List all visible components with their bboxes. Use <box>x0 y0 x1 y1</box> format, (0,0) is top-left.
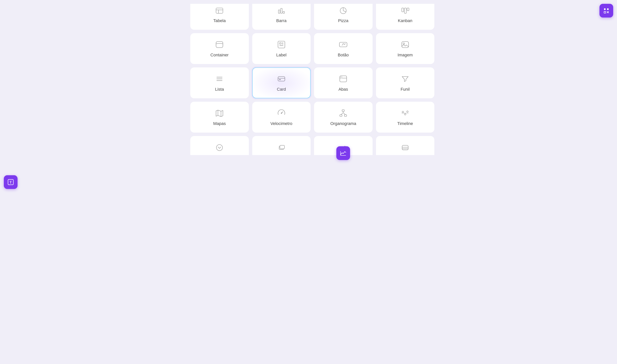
timeline-icon <box>400 108 410 118</box>
grid-item-label-label: Label <box>276 52 287 58</box>
svg-point-28 <box>403 43 405 44</box>
grid-item-organograma-label: Organograma <box>330 121 356 126</box>
svg-rect-24 <box>279 45 283 46</box>
list-icon <box>215 74 224 84</box>
svg-rect-42 <box>342 110 344 111</box>
svg-point-49 <box>404 114 406 115</box>
map-icon <box>215 108 224 118</box>
grid-item-kanban[interactable]: Kanban <box>376 4 435 30</box>
svg-point-26 <box>345 43 345 44</box>
grid-item-timeline-label: Timeline <box>397 121 413 126</box>
svg-point-41 <box>281 113 282 114</box>
grid-item-funil-label: Funil <box>401 87 410 92</box>
container-icon <box>215 40 224 50</box>
line-chart-fab-icon <box>339 149 347 157</box>
grid-item-imagem-label: Imagem <box>398 52 413 58</box>
page-wrapper: T Tabela Barra Pizza Kanban <box>175 0 442 163</box>
fab-top-right[interactable] <box>600 4 613 17</box>
svg-rect-19 <box>216 41 223 48</box>
tabs-icon <box>338 74 348 84</box>
svg-rect-37 <box>343 76 345 78</box>
svg-rect-32 <box>278 77 285 81</box>
grid-item-card-label: Card <box>277 87 286 92</box>
fab-line-chart[interactable] <box>336 146 350 160</box>
grid-item-pizza-label: Pizza <box>338 18 348 23</box>
grid-item-card[interactable]: Card <box>252 67 311 98</box>
svg-point-1 <box>607 8 609 10</box>
svg-rect-25 <box>339 42 347 47</box>
grid-item-layers[interactable] <box>252 136 311 155</box>
svg-rect-43 <box>340 115 342 116</box>
fab-left[interactable]: T <box>4 175 17 189</box>
svg-line-46 <box>341 113 343 115</box>
grid-item-abas[interactable]: Abas <box>314 67 372 98</box>
svg-rect-44 <box>344 115 347 116</box>
svg-line-47 <box>343 113 345 115</box>
grid-item-linha[interactable] <box>314 136 372 155</box>
component-grid: Tabela Barra Pizza Kanban Container <box>190 4 434 155</box>
svg-point-52 <box>216 144 222 151</box>
svg-rect-57 <box>402 145 408 150</box>
grid-item-tabela-label: Tabela <box>213 18 226 23</box>
apps-grid-icon <box>603 7 610 14</box>
svg-rect-16 <box>402 8 404 12</box>
svg-rect-10 <box>278 10 280 13</box>
card-icon <box>276 74 286 84</box>
grid-item-container[interactable]: Container <box>190 33 249 64</box>
svg-rect-54 <box>280 145 285 149</box>
grid-item-velocimetro[interactable]: Velocimetro <box>252 102 311 132</box>
label-icon <box>276 40 286 50</box>
kanban-icon <box>401 6 410 15</box>
layers-icon <box>277 143 286 152</box>
svg-rect-36 <box>340 76 343 78</box>
grid-item-pizza[interactable]: Pizza <box>314 4 372 30</box>
pie-chart-icon <box>339 6 348 15</box>
grid-item-barra-label: Barra <box>276 18 287 23</box>
grid-item-abas-label: Abas <box>338 87 348 92</box>
svg-rect-23 <box>282 44 283 44</box>
svg-point-0 <box>604 8 606 10</box>
grid-item-kanban-label: Kanban <box>398 18 412 23</box>
grid-item-imagem[interactable]: Imagem <box>376 33 435 64</box>
svg-rect-20 <box>278 41 285 48</box>
grid-item-storage[interactable] <box>376 136 435 155</box>
org-chart-icon <box>338 108 348 118</box>
svg-rect-2 <box>604 12 606 13</box>
svg-rect-34 <box>279 79 281 80</box>
grid-item-botao[interactable]: Botão <box>314 33 372 64</box>
storage-icon <box>401 143 410 152</box>
grid-item-funil[interactable]: Funil <box>376 67 435 98</box>
grid-item-tabela[interactable]: Tabela <box>190 4 249 30</box>
grid-item-botao-label: Botão <box>338 52 349 58</box>
grid-item-lista[interactable]: Lista <box>190 67 249 98</box>
grid-item-mapas-label: Mapas <box>213 121 226 126</box>
text-box-icon: T <box>7 178 14 186</box>
grid-item-lista-label: Lista <box>215 87 224 92</box>
svg-rect-27 <box>402 41 409 48</box>
svg-point-48 <box>402 111 404 113</box>
chevron-circle-icon <box>215 143 224 152</box>
svg-line-15 <box>343 11 346 12</box>
grid-item-accordion[interactable] <box>190 136 249 155</box>
grid-item-container-label: Container <box>210 52 229 58</box>
grid-item-label[interactable]: Label <box>252 33 311 64</box>
image-icon <box>400 40 410 50</box>
gauge-icon <box>276 108 286 118</box>
svg-rect-21 <box>279 43 281 44</box>
svg-rect-11 <box>281 8 282 13</box>
table-icon <box>215 6 224 15</box>
svg-rect-12 <box>283 12 285 13</box>
svg-rect-18 <box>407 8 409 11</box>
bar-chart-icon <box>277 6 286 15</box>
grid-item-mapas[interactable]: Mapas <box>190 102 249 132</box>
button-icon <box>338 40 348 50</box>
svg-text:T: T <box>10 180 12 184</box>
grid-item-timeline[interactable]: Timeline <box>376 102 435 132</box>
svg-point-50 <box>407 111 408 112</box>
svg-rect-17 <box>404 8 406 13</box>
grid-item-barra[interactable]: Barra <box>252 4 311 30</box>
svg-rect-7 <box>216 8 223 13</box>
grid-item-organograma[interactable]: Organograma <box>314 102 372 132</box>
funnel-icon <box>400 74 410 84</box>
svg-rect-22 <box>282 43 283 43</box>
